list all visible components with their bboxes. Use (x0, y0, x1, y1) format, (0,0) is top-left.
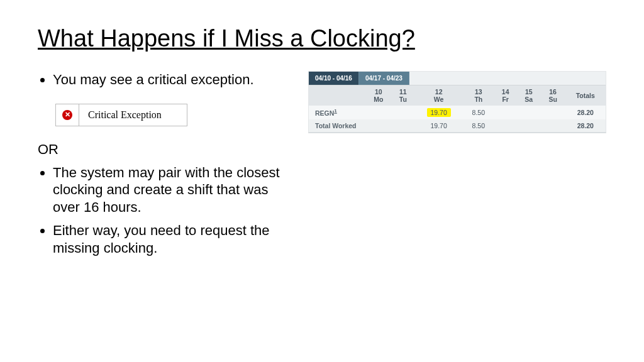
timecard-cell (365, 119, 392, 132)
bullet-list-bottom: The system may pair with the closest clo… (38, 164, 289, 257)
timecard-row-total: 28.20 (565, 106, 606, 119)
timecard-row-total: 28.20 (565, 119, 606, 132)
timecard-row-label: Total Worked (309, 119, 365, 132)
timecard-day-header: 13Th (463, 85, 494, 106)
timecard-grid: 10Mo11Tu12We13Th14Fr15Sa16SuTotals REGN1… (309, 85, 606, 132)
x-circle-icon: ✕ (62, 110, 72, 120)
timecard-totals-header: Totals (565, 85, 606, 106)
left-column: You may see a critical exception. ✕ Crit… (38, 71, 289, 263)
timecard-day-header: 15Sa (517, 85, 541, 106)
bullet-item: You may see a critical exception. (53, 71, 289, 89)
timecard-row: REGN119.708.5028.20 (309, 106, 606, 119)
timecard-widget: 04/10 - 04/1604/17 - 04/23 10Mo11Tu12We1… (308, 71, 606, 133)
content-columns: You may see a critical exception. ✕ Crit… (38, 71, 606, 263)
timecard-tab[interactable]: 04/17 - 04/23 (359, 72, 409, 85)
right-column: 04/10 - 04/1604/17 - 04/23 10Mo11Tu12We1… (308, 71, 606, 133)
or-label: OR (38, 141, 289, 158)
timecard-header-spacer (309, 85, 365, 106)
timecard-cell: 8.50 (463, 106, 494, 119)
timecard-cell: 19.70 (414, 106, 463, 119)
timecard-cell (517, 106, 541, 119)
timecard-tab[interactable]: 04/10 - 04/16 (309, 72, 359, 85)
timecard-cell (365, 106, 392, 119)
timecard-day-header: 14Fr (494, 85, 517, 106)
timecard-cell (517, 119, 541, 132)
timecard-tabs: 04/10 - 04/1604/17 - 04/23 (309, 72, 606, 85)
timecard-row: Total Worked19.708.5028.20 (309, 119, 606, 132)
timecard-day-header: 10Mo (365, 85, 392, 106)
timecard-day-header: 11Tu (392, 85, 415, 106)
timecard-cell (392, 106, 415, 119)
timecard-day-header: 12We (414, 85, 463, 106)
critical-exception-label: Critical Exception (79, 104, 187, 126)
timecard-day-header: 16Su (541, 85, 565, 106)
timecard-cell (494, 119, 517, 132)
bullet-item: The system may pair with the closest clo… (53, 164, 289, 216)
critical-exception-icon-cell: ✕ (56, 104, 79, 126)
highlighted-value: 19.70 (427, 108, 451, 117)
timecard-cell (392, 119, 415, 132)
timecard-cell (541, 106, 565, 119)
timecard-cell: 8.50 (463, 119, 494, 132)
timecard-row-label: REGN1 (309, 106, 365, 119)
critical-exception-box: ✕ Critical Exception (55, 104, 187, 126)
page-title: What Happens if I Miss a Clocking? (38, 25, 606, 52)
bullet-item: Either way, you need to request the miss… (53, 222, 289, 256)
bullet-list-top: You may see a critical exception. (38, 71, 289, 89)
timecard-cell (541, 119, 565, 132)
timecard-cell (494, 106, 517, 119)
timecard-cell: 19.70 (414, 119, 463, 132)
